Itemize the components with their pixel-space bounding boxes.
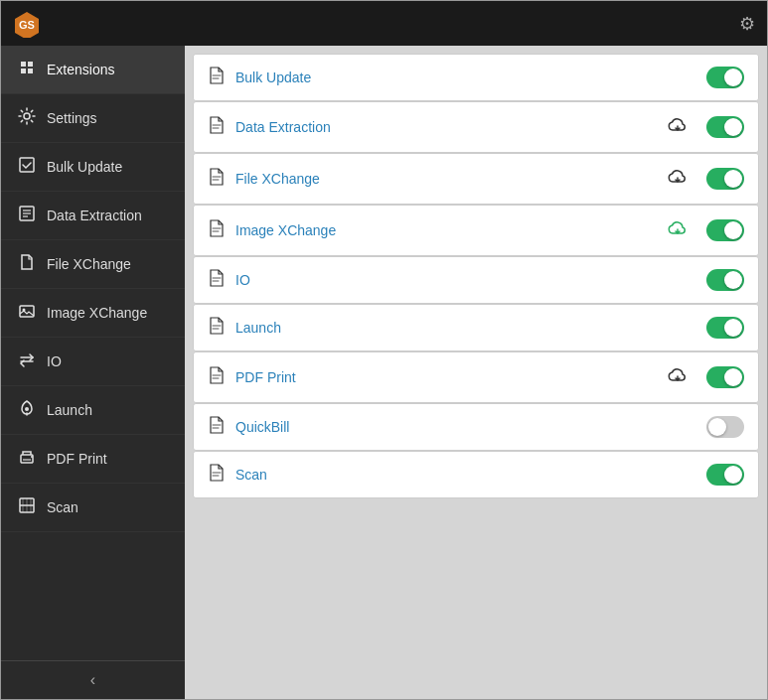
ext-toggle-knob-scan — [724, 466, 742, 484]
sidebar-item-bulk-update[interactable]: Bulk Update — [1, 143, 185, 192]
ext-toggle-knob-image-xchange — [724, 221, 742, 239]
ext-toggle-scan[interactable] — [706, 464, 744, 486]
ext-doc-icon-quickbill — [208, 416, 226, 438]
ext-doc-icon-io — [208, 269, 226, 291]
ext-name-pdf-print[interactable]: PDF Print — [235, 369, 657, 385]
ext-toggle-knob-bulk-update — [724, 69, 742, 86]
sidebar-icon-scan — [17, 496, 37, 518]
sidebar-item-pdf-print[interactable]: PDF Print — [1, 435, 185, 484]
ext-doc-icon-bulk-update — [208, 67, 226, 88]
extensions-list: Bulk Update Data Extraction File XChange… — [185, 46, 767, 699]
sidebar-label-scan: Scan — [47, 499, 78, 515]
sidebar-item-file-xchange[interactable]: File XChange — [1, 240, 185, 289]
ext-doc-icon-image-xchange — [208, 219, 226, 241]
sidebar: ExtensionsSettingsBulk UpdateData Extrac… — [1, 46, 185, 699]
svg-point-10 — [25, 407, 29, 411]
ext-name-image-xchange[interactable]: Image XChange — [235, 222, 657, 238]
ext-doc-icon-file-xchange — [208, 168, 226, 190]
sidebar-icon-io — [17, 350, 37, 372]
ext-row-io: IO — [193, 256, 759, 304]
sidebar-icon-pdf-print — [17, 448, 37, 470]
ext-name-launch[interactable]: Launch — [235, 320, 696, 336]
ext-download-icon-file-xchange[interactable] — [667, 166, 689, 192]
sidebar-icon-bulk-update — [17, 156, 37, 178]
sidebar-icon-extensions — [17, 59, 37, 80]
sidebar-item-settings[interactable]: Settings — [1, 94, 185, 143]
ext-download-icon-pdf-print[interactable] — [667, 364, 689, 390]
ext-name-file-xchange[interactable]: File XChange — [235, 171, 657, 187]
svg-text:GS: GS — [19, 19, 35, 31]
ext-doc-icon-pdf-print — [208, 366, 226, 388]
ext-toggle-pdf-print[interactable] — [706, 366, 744, 388]
sidebar-item-extensions[interactable]: Extensions — [1, 46, 185, 94]
svg-point-2 — [24, 113, 30, 119]
ext-row-pdf-print: PDF Print — [193, 351, 759, 403]
sidebar-label-io: IO — [47, 353, 62, 369]
sidebar-icon-file-xchange — [17, 253, 37, 275]
ext-toggle-io[interactable] — [706, 269, 744, 291]
app-logo: GS — [13, 10, 41, 38]
sidebar-label-pdf-print: PDF Print — [47, 451, 107, 467]
svg-point-13 — [31, 456, 33, 458]
ext-row-data-extraction: Data Extraction — [193, 101, 759, 153]
sidebar-label-launch: Launch — [47, 402, 92, 418]
ext-name-io[interactable]: IO — [235, 272, 696, 288]
ext-name-quickbill[interactable]: QuickBill — [235, 419, 696, 435]
ext-row-scan: Scan — [193, 451, 759, 498]
sidebar-label-extensions: Extensions — [47, 62, 114, 77]
sidebar-label-data-extraction: Data Extraction — [47, 208, 142, 223]
ext-name-data-extraction[interactable]: Data Extraction — [235, 119, 657, 135]
sidebar-icon-settings — [17, 107, 37, 129]
ext-name-scan[interactable]: Scan — [235, 467, 696, 483]
ext-toggle-bulk-update[interactable] — [706, 67, 744, 88]
settings-icon[interactable]: ⚙ — [739, 13, 755, 35]
svg-rect-8 — [20, 306, 34, 317]
ext-toggle-file-xchange[interactable] — [706, 168, 744, 190]
ext-toggle-launch[interactable] — [706, 317, 744, 339]
header: GS ⚙ — [1, 1, 767, 46]
sidebar-collapse-button[interactable]: ‹ — [1, 660, 185, 699]
sidebar-item-launch[interactable]: Launch — [1, 386, 185, 435]
sidebar-icon-launch — [17, 399, 37, 421]
sidebar-icon-image-xchange — [17, 302, 37, 324]
ext-download-icon-data-extraction[interactable] — [667, 114, 689, 140]
sidebar-label-settings: Settings — [47, 110, 97, 126]
ext-toggle-quickbill[interactable] — [706, 416, 744, 438]
ext-toggle-knob-quickbill — [708, 418, 726, 436]
sidebar-item-io[interactable]: IO — [1, 338, 185, 386]
ext-doc-icon-data-extraction — [208, 116, 226, 138]
ext-toggle-knob-data-extraction — [724, 118, 742, 136]
ext-row-file-xchange: File XChange — [193, 153, 759, 205]
sidebar-label-bulk-update: Bulk Update — [47, 159, 122, 175]
header-left: GS — [13, 10, 49, 38]
ext-row-bulk-update: Bulk Update — [193, 54, 759, 101]
body: ExtensionsSettingsBulk UpdateData Extrac… — [1, 46, 767, 699]
svg-rect-12 — [23, 459, 31, 461]
ext-toggle-knob-pdf-print — [724, 368, 742, 386]
ext-toggle-image-xchange[interactable] — [706, 219, 744, 241]
sidebar-label-image-xchange: Image XChange — [47, 305, 147, 321]
sidebar-item-image-xchange[interactable]: Image XChange — [1, 289, 185, 338]
ext-toggle-knob-launch — [724, 319, 742, 337]
ext-doc-icon-scan — [208, 464, 226, 486]
ext-toggle-knob-file-xchange — [724, 170, 742, 188]
ext-name-bulk-update[interactable]: Bulk Update — [235, 70, 696, 85]
ext-row-image-xchange: Image XChange — [193, 205, 759, 256]
ext-toggle-data-extraction[interactable] — [706, 116, 744, 138]
svg-rect-3 — [20, 158, 34, 172]
ext-toggle-knob-io — [724, 271, 742, 289]
ext-row-quickbill: QuickBill — [193, 403, 759, 451]
sidebar-item-data-extraction[interactable]: Data Extraction — [1, 192, 185, 240]
ext-doc-icon-launch — [208, 317, 226, 339]
sidebar-item-scan[interactable]: Scan — [1, 484, 185, 532]
ext-row-launch: Launch — [193, 304, 759, 351]
ext-download-icon-image-xchange[interactable] — [667, 217, 689, 243]
sidebar-label-file-xchange: File XChange — [47, 256, 131, 272]
sidebar-icon-data-extraction — [17, 205, 37, 226]
